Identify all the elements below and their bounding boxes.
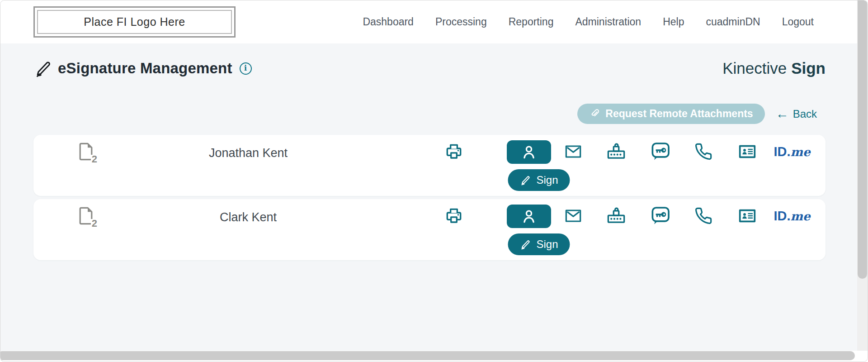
back-label: Back	[793, 108, 817, 120]
title-row: eSignature Management i Kinective Sign	[33, 58, 826, 78]
signer-name: Clark Kent	[180, 208, 316, 226]
sign-button[interactable]: Sign	[508, 169, 570, 191]
signature-pen-icon	[33, 58, 53, 78]
email-button[interactable]	[564, 207, 582, 225]
document-count: 2	[91, 219, 98, 228]
password-button[interactable]	[606, 141, 627, 162]
vertical-scrollbar-thumb[interactable]	[858, 0, 867, 279]
print-button[interactable]	[444, 206, 463, 225]
esignature-page: eSignature Management i Kinective Sign R…	[0, 43, 868, 351]
info-icon[interactable]: i	[240, 62, 252, 75]
main-nav: Dashboard Processing Reporting Administr…	[363, 16, 814, 28]
top-navbar: Place FI Logo Here Dashboard Processing …	[0, 0, 868, 43]
sms-key-button[interactable]	[650, 205, 671, 226]
idme-logo-id: ID.	[774, 144, 790, 159]
back-link[interactable]: ← Back	[776, 107, 817, 120]
nav-username[interactable]: cuadminDN	[706, 16, 760, 28]
nav-reporting[interactable]: Reporting	[509, 16, 554, 28]
horizontal-scrollbar-track[interactable]	[0, 351, 868, 362]
request-remote-attachments-button[interactable]: Request Remote Attachments	[577, 104, 764, 124]
page-title: eSignature Management	[58, 60, 232, 77]
phone-button[interactable]	[694, 207, 712, 225]
in-person-signer-button[interactable]	[507, 140, 551, 164]
document-count-icon: 2	[75, 141, 97, 162]
signer-name: Jonathan Kent	[180, 144, 316, 162]
signer-row-jonathan-kent: 2 Jonathan Kent	[33, 135, 826, 196]
app-window: Place FI Logo Here Dashboard Processing …	[0, 0, 868, 362]
sign-button-label: Sign	[536, 174, 558, 186]
back-arrow-icon: ←	[776, 107, 789, 120]
fi-logo-placeholder: Place FI Logo Here	[33, 6, 236, 38]
sign-pen-icon	[519, 174, 531, 186]
sign-button[interactable]: Sign	[508, 233, 570, 255]
kinective-sign-logo: Kinective Sign	[722, 59, 826, 77]
in-person-signer-button[interactable]	[507, 205, 551, 228]
idme-button[interactable]: ID.me	[774, 208, 810, 224]
id-card-button[interactable]	[738, 143, 756, 161]
signer-row-clark-kent: 2 Clark Kent	[33, 199, 826, 260]
toolbar: Request Remote Attachments ← Back	[33, 104, 826, 124]
print-button[interactable]	[444, 142, 463, 161]
document-count: 2	[91, 155, 98, 164]
idme-logo-id: ID.	[774, 208, 790, 224]
sign-button-label: Sign	[536, 238, 558, 251]
person-icon	[520, 143, 538, 161]
nav-logout[interactable]: Logout	[782, 16, 814, 28]
brand-bold: Sign	[791, 59, 826, 77]
paperclip-icon	[589, 108, 600, 119]
nav-help[interactable]: Help	[663, 16, 684, 28]
document-count-icon: 2	[75, 205, 97, 227]
email-button[interactable]	[564, 143, 582, 161]
sms-key-button[interactable]	[650, 141, 671, 162]
horizontal-scrollbar-thumb[interactable]	[0, 351, 855, 360]
phone-button[interactable]	[694, 143, 712, 161]
nav-processing[interactable]: Processing	[435, 16, 487, 28]
idme-logo-me: me	[791, 209, 811, 224]
sign-pen-icon	[519, 238, 531, 250]
person-icon	[520, 208, 538, 225]
brand-regular: Kinective	[722, 59, 787, 77]
fi-logo-text: Place FI Logo Here	[84, 15, 185, 29]
nav-dashboard[interactable]: Dashboard	[363, 16, 414, 28]
idme-logo-me: me	[791, 144, 811, 160]
vertical-scrollbar-track[interactable]	[857, 0, 868, 351]
id-card-button[interactable]	[738, 207, 756, 225]
nav-administration[interactable]: Administration	[575, 16, 641, 28]
idme-button[interactable]: ID.me	[774, 144, 810, 160]
password-button[interactable]	[606, 205, 627, 226]
request-remote-attachments-label: Request Remote Attachments	[605, 108, 753, 120]
info-glyph: i	[244, 65, 247, 72]
